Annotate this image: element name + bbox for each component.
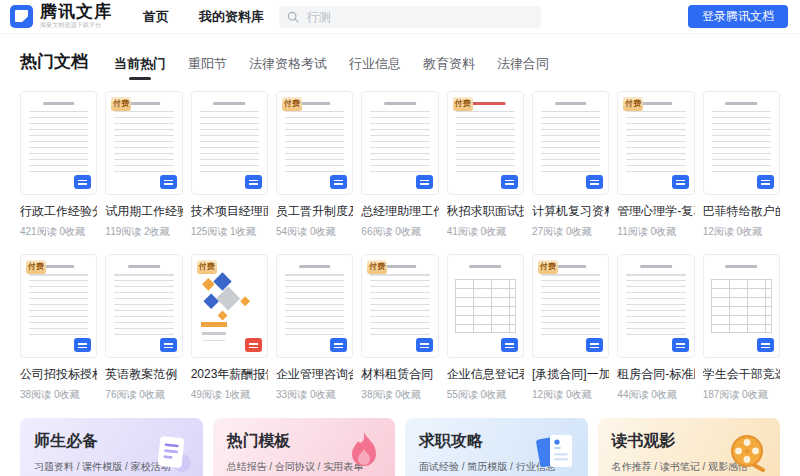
category-tab[interactable]: 法律合同 <box>497 55 549 80</box>
document-thumbnail: 付费 <box>105 91 182 195</box>
thumb-title-line <box>470 265 502 268</box>
document-stats: 119阅读 2收藏 <box>105 225 182 239</box>
file-type-icon <box>586 338 603 352</box>
main-nav: 首页 我的资料库 <box>143 8 264 26</box>
section-title: 热门文档 <box>20 52 88 72</box>
document-card[interactable]: 企业管理咨询合同 33阅读 0收藏 <box>276 254 353 402</box>
banner-hot-templates[interactable]: 热门模板 总结报告 / 合同协议 / 实用表单 <box>213 418 396 476</box>
category-tab[interactable]: 教育资料 <box>423 55 475 80</box>
hot-docs-header: 热门文档 当前热门 重阳节 法律资格考试 行业信息 教育资料 法律合同 <box>0 34 800 80</box>
document-stats: 11阅读 0收藏 <box>617 225 694 239</box>
thumb-title-line <box>726 265 758 268</box>
file-type-icon <box>672 175 689 189</box>
document-card[interactable]: 付费 [承揽合同]一加... 12阅读 0收藏 <box>532 254 609 402</box>
paid-badge: 付费 <box>453 97 473 111</box>
document-card[interactable]: 付费 管理心理学-复习... 11阅读 0收藏 <box>617 91 694 239</box>
document-stats: 12阅读 0收藏 <box>703 225 780 239</box>
paid-badge: 付费 <box>538 260 558 274</box>
nav-item-my-library[interactable]: 我的资料库 <box>199 8 264 26</box>
thumb-title-line <box>43 102 75 105</box>
file-type-icon <box>501 338 518 352</box>
document-card[interactable]: 技术项目经理面... 125阅读 1收藏 <box>191 91 268 239</box>
document-title: 学生会干部竞选... <box>703 366 780 383</box>
file-type-icon <box>416 175 433 189</box>
thumb-text-lines <box>370 274 429 337</box>
document-thumbnail <box>617 254 694 358</box>
document-thumbnail: 付费 <box>276 91 353 195</box>
document-title: 公司招投标授权... <box>20 366 97 383</box>
document-card[interactable]: 付费 2023年薪酬报告... 49阅读 1收藏 <box>191 254 268 402</box>
file-type-icon <box>672 338 689 352</box>
document-title: 管理心理学-复习... <box>617 203 694 220</box>
category-tab[interactable]: 当前热门 <box>114 55 166 80</box>
document-card[interactable]: 总经理助理工作... 66阅读 0收藏 <box>361 91 438 239</box>
thumb-title-line <box>726 102 758 105</box>
document-card[interactable]: 英语教案范例 76阅读 0收藏 <box>105 254 182 402</box>
thumb-title-line <box>384 102 416 105</box>
thumb-text-lines <box>712 111 771 174</box>
thumb-text-lines <box>285 111 344 174</box>
document-card[interactable]: 付费 公司招投标授权... 38阅读 0收藏 <box>20 254 97 402</box>
document-card[interactable]: 付费 材料租赁合同 38阅读 0收藏 <box>361 254 438 402</box>
document-stats: 38阅读 0收藏 <box>361 388 438 402</box>
document-card[interactable]: 学生会干部竞选... 187阅读 0收藏 <box>703 254 780 402</box>
document-title: 试用期工作经验... <box>105 203 182 220</box>
flame-icon <box>343 429 385 475</box>
document-stats: 33阅读 0收藏 <box>276 388 353 402</box>
search-input[interactable] <box>305 9 533 25</box>
thumb-title-line <box>43 265 75 268</box>
file-type-icon <box>245 338 262 352</box>
document-thumbnail: 付费 <box>447 91 524 195</box>
document-title: 总经理助理工作... <box>361 203 438 220</box>
thumb-text-lines <box>285 274 344 337</box>
category-tab[interactable]: 重阳节 <box>188 55 227 80</box>
document-title: 巴菲特给散户的9... <box>703 203 780 220</box>
document-thumbnail <box>703 254 780 358</box>
banner-reading-movies[interactable]: 读书观影 名作推荐 / 读书笔记 / 观影感悟 <box>598 418 781 476</box>
document-stats: 41阅读 0收藏 <box>447 225 524 239</box>
film-reel-icon <box>724 429 770 475</box>
category-tab[interactable]: 行业信息 <box>349 55 401 80</box>
thumb-text-lines <box>200 111 259 174</box>
thumb-text-lines <box>456 111 515 174</box>
file-type-icon <box>330 338 347 352</box>
document-card[interactable]: 付费 员工晋升制度及... 54阅读 0收藏 <box>276 91 353 239</box>
document-title: 企业管理咨询合同 <box>276 366 353 383</box>
thumb-text-lines <box>541 274 600 337</box>
banner-job-hunting[interactable]: 求职攻略 面试经验 / 简历模版 / 行业信息 <box>405 418 588 476</box>
logo[interactable]: 腾讯文库 海量文档资源下载平台 <box>10 3 130 31</box>
paid-badge: 付费 <box>282 97 302 111</box>
document-stats: 187阅读 0收藏 <box>703 388 780 402</box>
thumb-text-lines <box>626 111 685 174</box>
thumb-text-lines <box>541 111 600 174</box>
thumb-text-lines <box>114 274 173 337</box>
document-stats: 421阅读 0收藏 <box>20 225 97 239</box>
category-tab[interactable]: 法律资格考试 <box>249 55 327 80</box>
nav-item-home[interactable]: 首页 <box>143 8 169 26</box>
document-card[interactable]: 租房合同-标准版 44阅读 0收藏 <box>617 254 694 402</box>
file-type-icon <box>416 338 433 352</box>
login-button[interactable]: 登录腾讯文档 <box>688 5 788 28</box>
document-card[interactable]: 计算机复习资料 27阅读 0收藏 <box>532 91 609 239</box>
thumb-title-line <box>640 102 672 105</box>
document-card[interactable]: 企业信息登记表 55阅读 0收藏 <box>447 254 524 402</box>
document-grid: 行政工作经验分... 421阅读 0收藏 付费 试用期工作经验... 119阅读… <box>0 80 800 402</box>
document-card[interactable]: 行政工作经验分... 421阅读 0收藏 <box>20 91 97 239</box>
category-tabs: 当前热门 重阳节 法律资格考试 行业信息 教育资料 法律合同 <box>114 52 549 80</box>
file-type-icon <box>330 175 347 189</box>
document-stats: 44阅读 0收藏 <box>617 388 694 402</box>
paid-badge: 付费 <box>367 260 387 274</box>
document-stats: 76阅读 0收藏 <box>105 388 182 402</box>
document-card[interactable]: 巴菲特给散户的9... 12阅读 0收藏 <box>703 91 780 239</box>
resume-icon <box>532 430 578 474</box>
search-bar[interactable] <box>279 6 541 28</box>
document-title: [承揽合同]一加... <box>532 366 609 383</box>
logo-tagline: 海量文档资源下载平台 <box>40 22 101 28</box>
document-card[interactable]: 付费 秋招求职面试技巧 41阅读 0收藏 <box>447 91 524 239</box>
promo-banners: 师生必备 习题资料 / 课件模版 / 家校活动 热门模板 总结报告 / 合同协议… <box>0 402 800 476</box>
document-card[interactable]: 付费 试用期工作经验... 119阅读 2收藏 <box>105 91 182 239</box>
document-stats: 49阅读 1收藏 <box>191 388 268 402</box>
file-type-icon <box>501 175 518 189</box>
banner-teacher-student[interactable]: 师生必备 习题资料 / 课件模版 / 家校活动 <box>20 418 203 476</box>
top-header: 腾讯文库 海量文档资源下载平台 首页 我的资料库 登录腾讯文档 <box>0 0 800 34</box>
